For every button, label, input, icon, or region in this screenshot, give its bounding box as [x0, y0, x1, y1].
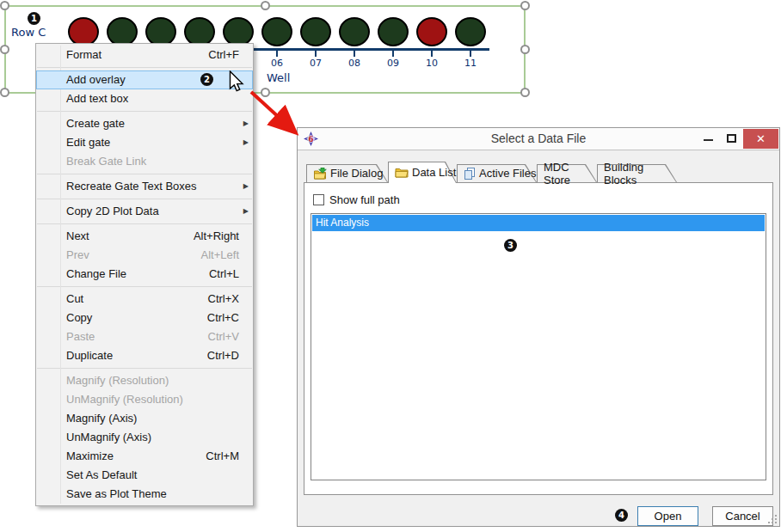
menu-item-duplicate[interactable]: DuplicateCtrl+D [36, 346, 253, 365]
well-10 [416, 17, 447, 46]
data-file-list[interactable]: Hit Analysis [311, 213, 766, 480]
menu-item-format[interactable]: FormatCtrl+F [36, 46, 253, 64]
menu-item-shortcut: Ctrl+X [208, 290, 239, 309]
screen: Row C 060708091011 Well 1 3 4 6 Select a… [0, 0, 781, 532]
submenu-arrow-icon: ▶ [243, 133, 249, 152]
axis-tick-label: 07 [303, 58, 329, 69]
menu-item-change-file[interactable]: Change FileCtrl+L [36, 265, 253, 284]
tab-panel-data-list: Show full path Hit Analysis [304, 182, 773, 495]
tab-data-list[interactable]: Data List [388, 162, 457, 183]
open-button[interactable]: Open [637, 506, 698, 526]
submenu-arrow-icon: ▶ [243, 202, 249, 221]
menu-item-label: UnMagnify (Resolution) [66, 390, 183, 409]
menu-items: FormatCtrl+FAdd overlay2Add text boxCrea… [36, 46, 253, 504]
menu-item-shortcut: Ctrl+C [207, 309, 239, 327]
menu-item-label: Prev [66, 246, 89, 265]
menu-item-next[interactable]: NextAlt+Right [36, 227, 253, 246]
well-09 [378, 17, 409, 46]
menu-item-maximize[interactable]: MaximizeCtrl+M [36, 447, 253, 466]
annotation-badge-3: 3 [504, 239, 517, 252]
menu-item-shortcut: Alt+Left [201, 246, 239, 265]
selection-handle[interactable] [0, 1, 9, 10]
menu-item-label: Cut [66, 290, 83, 309]
menu-item-shortcut: Ctrl+V [208, 327, 239, 346]
menu-item-label: Edit gate [66, 133, 110, 152]
menu-item-label: Maximize [66, 447, 114, 466]
plot-context-menu: FormatCtrl+FAdd overlay2Add text boxCrea… [35, 43, 254, 506]
menu-item-set-as-default[interactable]: Set As Default [36, 466, 253, 485]
well-11 [455, 17, 486, 46]
well-08 [339, 17, 370, 46]
axis-tick [354, 51, 355, 57]
menu-item-shortcut: Ctrl+D [207, 346, 239, 365]
menu-item-copy[interactable]: CopyCtrl+C [36, 309, 253, 327]
axis-tick-label: 08 [341, 58, 367, 69]
menu-item-recreate-gate-text-boxes[interactable]: Recreate Gate Text Boxes▶ [36, 177, 253, 196]
window-controls: ✕ [697, 129, 778, 149]
menu-separator [37, 368, 252, 369]
menu-item-unmagnify-axis[interactable]: UnMagnify (Axis) [36, 428, 253, 447]
menu-item-shortcut: Ctrl+M [206, 447, 239, 466]
list-item-hit-analysis[interactable]: Hit Analysis [312, 215, 765, 231]
menu-item-cut[interactable]: CutCtrl+X [36, 290, 253, 309]
tab-active-files[interactable]: Active Files [457, 164, 537, 182]
selection-handle[interactable] [0, 45, 9, 54]
menu-item-label: Duplicate [66, 346, 113, 365]
dialog-titlebar[interactable]: 6 Select a Data File ✕ [298, 128, 779, 150]
menu-item-magnify-axis[interactable]: Magnify (Axis) [36, 409, 253, 428]
selection-handle[interactable] [520, 1, 530, 10]
tab-file-dialog[interactable]: File Dialog [306, 164, 388, 182]
menu-item-shortcut: Ctrl+L [209, 265, 239, 284]
menu-item-save-as-plot-theme[interactable]: Save as Plot Theme [36, 485, 253, 504]
axis-tick-label: 06 [264, 58, 290, 69]
menu-item-prev: PrevAlt+Left [36, 246, 253, 265]
menu-item-shortcut: Ctrl+F [208, 46, 239, 64]
submenu-arrow-icon: ▶ [243, 114, 249, 133]
close-icon[interactable]: ✕ [743, 129, 778, 149]
annotation-badge-4: 4 [615, 509, 628, 522]
menu-item-add-overlay[interactable]: Add overlay2 [36, 70, 253, 89]
menu-item-copy-2d-plot-data[interactable]: Copy 2D Plot Data▶ [36, 202, 253, 221]
menu-item-magnify-resolution: Magnify (Resolution) [36, 371, 253, 390]
folder-icon [395, 167, 409, 178]
annotation-badge-2: 2 [200, 73, 213, 86]
menu-item-label: Format [66, 46, 101, 64]
menu-item-label: Magnify (Axis) [66, 409, 137, 428]
menu-item-create-gate[interactable]: Create gate▶ [36, 114, 253, 133]
menu-item-label: Copy [66, 309, 92, 327]
menu-item-label: Create gate [66, 114, 125, 133]
tab-building-blocks[interactable]: Building Blocks [597, 164, 677, 182]
folder-import-icon [313, 168, 327, 180]
axis-tick-label: 09 [380, 58, 406, 69]
tab-content: Active Files [457, 164, 537, 182]
tab-label: Active Files [479, 167, 536, 180]
menu-item-label: Add overlay [66, 70, 126, 89]
menu-separator [37, 199, 252, 199]
well-07 [300, 17, 331, 46]
menu-item-break-gate-link: Break Gate Link [36, 152, 253, 171]
well-05 [223, 17, 254, 46]
well-06 [261, 17, 292, 46]
cancel-button[interactable]: Cancel [712, 506, 773, 526]
selection-handle[interactable] [261, 1, 270, 10]
axis-tick-label: 10 [419, 58, 445, 69]
menu-item-add-text-box[interactable]: Add text box [36, 89, 253, 108]
tab-label: File Dialog [330, 167, 383, 180]
menu-item-edit-gate[interactable]: Edit gate▶ [36, 133, 253, 152]
resize-grip[interactable] [767, 514, 778, 524]
maximize-icon[interactable] [720, 129, 743, 149]
selection-handle[interactable] [520, 45, 530, 54]
tab-content: MDC Store [537, 164, 597, 182]
axis-tick [431, 51, 433, 57]
menu-separator [37, 111, 252, 112]
show-full-path-checkbox[interactable] [313, 194, 324, 205]
minimize-icon[interactable] [697, 129, 720, 149]
selection-handle[interactable] [0, 88, 9, 97]
annotation-badge-1: 1 [28, 12, 40, 25]
menu-item-label: Paste [66, 327, 95, 346]
selection-handle[interactable] [261, 88, 270, 97]
tab-mdc-store[interactable]: MDC Store [537, 164, 597, 182]
axis-tick [315, 51, 317, 57]
selection-handle[interactable] [520, 88, 530, 97]
menu-item-label: Change File [66, 265, 126, 284]
